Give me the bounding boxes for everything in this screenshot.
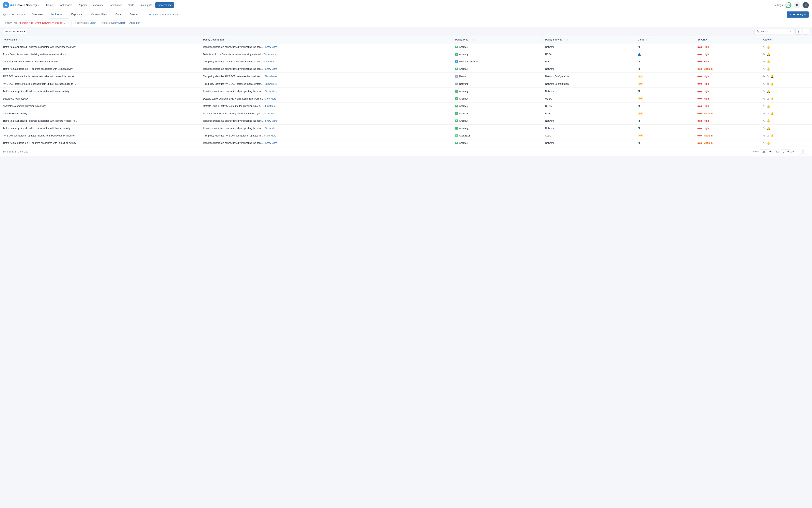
nav-dashboards[interactable]: Dashboards [56,2,75,8]
show-more-link[interactable]: Show More [265,68,277,70]
show-more-link[interactable]: Show More [265,75,277,78]
severity-badge: High [697,90,757,93]
type-badge: W Workload Incident [455,60,540,63]
show-more-link[interactable]: Show More [264,53,276,56]
rows-dropdown[interactable]: 25 50 100 [760,149,771,154]
alert-action-button[interactable]: 🔔 [767,127,770,130]
copy-action-button[interactable]: ⧉ [767,75,769,78]
show-more-link[interactable]: Show More [263,60,275,63]
alert-action-button[interactable]: 🔔 [767,90,770,93]
col-menu-icon[interactable]: ⋮ [228,39,230,41]
col-menu-icon[interactable]: ⋮ [567,39,569,41]
policy-name-select[interactable]: Select [89,22,96,24]
show-more-link[interactable]: Show More [264,112,276,115]
edit-action-button[interactable]: ✎ [763,75,765,78]
brand-chevron-icon[interactable]: ▾ [38,4,39,6]
edit-action-button[interactable]: ✎ [763,104,765,108]
prev-page-button[interactable]: ‹ [797,149,803,155]
alert-action-button[interactable]: 🔔 [770,75,774,78]
severity-label: High [704,83,709,85]
severity-dot [701,54,703,55]
copy-action-button[interactable]: ⧉ [767,112,769,115]
edit-action-button[interactable]: ✎ [763,97,765,100]
alert-action-button[interactable]: 🔔 [770,97,774,100]
show-more-link[interactable]: Show More [264,97,276,100]
alert-action-button[interactable]: 🔔 [767,53,770,56]
edit-action-button[interactable]: ✎ [763,67,765,71]
nav-alerts[interactable]: Alerts [125,2,136,8]
search-clear-icon[interactable]: ✕ [790,30,792,33]
sort-icon[interactable]: ↕ [646,39,647,41]
settings-link[interactable]: Settings [773,4,783,6]
app-logo[interactable] [3,2,9,8]
col-menu-icon[interactable]: ⋮ [472,39,475,41]
nav-compliance[interactable]: Compliance [106,2,125,8]
copy-action-button[interactable]: ⧉ [767,82,769,86]
sort-icon[interactable]: ↕ [564,39,565,41]
show-more-link[interactable]: Show More [265,142,277,144]
next-page-button[interactable]: › [803,149,809,155]
col-menu-icon[interactable]: ⋮ [649,39,651,41]
nav-investigate[interactable]: Investigate [137,2,154,8]
cloud-all-label: All [638,68,640,70]
edit-action-button[interactable]: ✎ [763,53,765,56]
show-more-link[interactable]: Show More [265,120,277,122]
edit-action-button[interactable]: ✎ [763,141,765,144]
sort-icon[interactable]: ↕ [470,39,471,41]
alert-action-button[interactable]: 🔔 [767,141,770,144]
manage-views-button[interactable]: Manage Views [162,13,179,16]
copy-action-button[interactable]: ⧉ [767,97,769,100]
edit-action-button[interactable]: ✎ [763,60,765,63]
search-input[interactable] [761,30,788,33]
download-button[interactable]: ⬇ [796,29,801,35]
policy-name-cell: Traffic to a suspicious IP address assoc… [0,125,200,132]
edit-action-button[interactable]: ✎ [763,45,765,49]
group-by-dropdown[interactable]: Group By: None ▾ [3,29,28,34]
show-more-link[interactable]: Show More [265,90,277,93]
tab-data[interactable]: Data ⋮ [112,10,127,19]
sort-icon[interactable]: ↕ [708,39,709,41]
sort-icon[interactable]: ↕ [225,39,226,41]
user-avatar[interactable]: U [803,2,809,8]
actions-cell: ✎ 🔔 [760,51,812,58]
add-filter-button[interactable]: Add Filter [130,22,140,24]
add-policy-button[interactable]: Add Policy ▾ [787,11,809,17]
edit-action-button[interactable]: ✎ [763,90,765,93]
show-more-link[interactable]: Show More [264,134,276,137]
tab-custom[interactable]: Custom ⋮ [127,10,144,19]
edit-action-button[interactable]: ✎ [763,119,765,122]
nav-inventory[interactable]: Inventory [90,2,105,8]
alert-action-button[interactable]: 🔔 [770,134,774,137]
alert-action-button[interactable]: 🔔 [767,119,770,122]
tab-overview[interactable]: Overview ⋮ [29,10,49,19]
tab-exposure[interactable]: Exposure ⋮ [69,10,88,19]
edit-action-button[interactable]: ✎ [763,82,765,86]
copy-action-button[interactable]: ⧉ [767,134,769,137]
show-more-link[interactable]: Show More [265,83,277,85]
add-view-button[interactable]: Add View [148,13,159,16]
alert-action-button[interactable]: 🔔 [767,104,770,108]
tab-incidents[interactable]: Incidents ⋮ [49,10,69,19]
alert-action-button[interactable]: 🔔 [770,82,774,86]
alert-action-button[interactable]: 🔔 [767,45,770,49]
alert-action-button[interactable]: 🔔 [770,112,774,115]
nav-governance[interactable]: Governance [155,2,174,8]
show-more-link[interactable]: Show More [265,46,277,48]
columns-button[interactable]: ≡ [803,29,809,35]
edit-action-button[interactable]: ✎ [763,134,765,137]
page-dropdown[interactable]: 1 2 3 4 5 6 [781,149,790,154]
alert-action-button[interactable]: 🔔 [767,67,770,71]
gear-button[interactable]: ⚙ [794,2,800,8]
edit-action-button[interactable]: ✎ [763,112,765,115]
policy-severity-select[interactable]: Select [118,22,125,24]
nav-home[interactable]: Home [44,2,55,8]
sort-icon[interactable]: ↕ [18,39,19,41]
alert-action-button[interactable]: 🔔 [767,60,770,63]
show-more-link[interactable]: Show More [265,127,277,130]
edit-action-button[interactable]: ✎ [763,127,765,130]
show-more-link[interactable]: Show More [264,105,276,108]
tab-vulnerabilities[interactable]: Vulnerabilities ⋮ [88,10,112,19]
col-menu-icon[interactable]: ⋮ [21,39,23,41]
policy-type-clear[interactable]: ✕ [67,22,70,24]
nav-reports[interactable]: Reports [76,2,89,8]
